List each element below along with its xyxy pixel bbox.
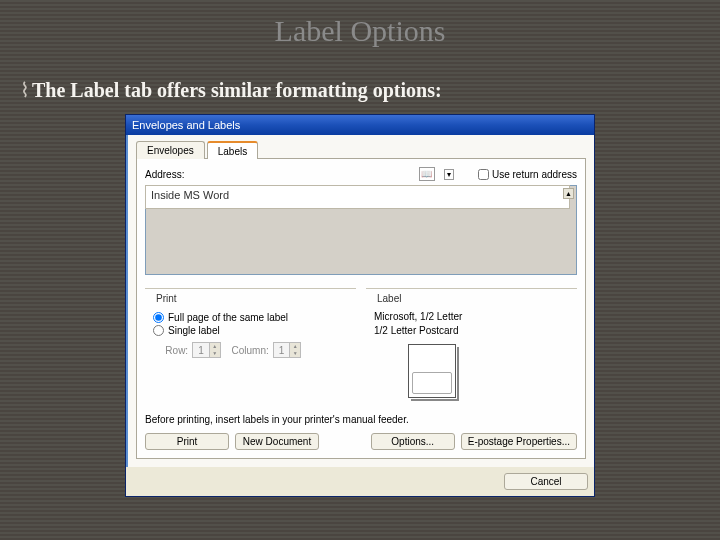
column-spinner[interactable]: 1 ▲▼ (273, 342, 302, 358)
label-product-line2: 1/2 Letter Postcard (374, 324, 569, 338)
labels-tab-panel: Address: 📖▾ Use return address Inside MS… (136, 158, 586, 459)
tab-envelopes[interactable]: Envelopes (136, 141, 205, 159)
dialog-title: Envelopes and Labels (130, 119, 590, 131)
slide-title: Label Options (0, 0, 720, 48)
row-spinner[interactable]: 1 ▲▼ (192, 342, 221, 358)
row-value: 1 (193, 345, 209, 356)
column-label: Column: (231, 345, 268, 356)
col-down-icon[interactable]: ▼ (289, 350, 300, 357)
radio-single-label-label: Single label (168, 325, 220, 336)
tab-strip: Envelopes Labels (136, 141, 586, 159)
radio-full-page-label: Full page of the same label (168, 312, 288, 323)
address-book-icon[interactable]: 📖 (419, 167, 435, 181)
address-label: Address: (145, 169, 184, 180)
tab-labels[interactable]: Labels (207, 141, 258, 159)
radio-full-page-input[interactable] (153, 312, 164, 323)
address-value: Inside MS Word (145, 185, 570, 209)
new-document-button[interactable]: New Document (235, 433, 319, 450)
col-up-icon[interactable]: ▲ (289, 343, 300, 350)
print-button[interactable]: Print (145, 433, 229, 450)
body-text-content: The Label tab offers similar formatting … (32, 79, 442, 101)
bullet-icon: ⌇ (20, 79, 30, 101)
radio-single-label[interactable]: Single label (153, 325, 348, 336)
row-down-icon[interactable]: ▼ (209, 350, 220, 357)
epostage-button[interactable]: E-postage Properties... (461, 433, 577, 450)
label-group: Label Microsoft, 1/2 Letter 1/2 Letter P… (366, 283, 577, 404)
label-product-line1: Microsoft, 1/2 Letter (374, 310, 569, 324)
scroll-up-icon[interactable]: ▲ (563, 188, 574, 199)
print-group: Print Full page of the same label Single… (145, 283, 356, 404)
use-return-address-label: Use return address (492, 169, 577, 180)
row-label: Row: (165, 345, 188, 356)
row-column-controls: Row: 1 ▲▼ Column: 1 ▲▼ (153, 342, 348, 358)
print-group-title: Print (153, 293, 180, 304)
options-button[interactable]: Options... (371, 433, 455, 450)
radio-full-page[interactable]: Full page of the same label (153, 312, 348, 323)
cancel-button[interactable]: Cancel (504, 473, 588, 490)
address-textarea[interactable]: Inside MS Word ▲ (145, 185, 577, 275)
dialog-titlebar: Envelopes and Labels (126, 115, 594, 135)
address-book-dropdown[interactable]: ▾ (444, 169, 454, 180)
label-group-title: Label (374, 293, 404, 304)
slide-body: ⌇The Label tab offers similar formatting… (20, 78, 720, 102)
label-preview-icon[interactable] (408, 344, 456, 398)
use-return-address-input[interactable] (478, 169, 489, 180)
column-value: 1 (274, 345, 290, 356)
radio-single-label-input[interactable] (153, 325, 164, 336)
use-return-address-checkbox[interactable]: Use return address (478, 169, 577, 180)
printer-note: Before printing, insert labels in your p… (145, 414, 577, 425)
envelopes-labels-dialog: Envelopes and Labels Envelopes Labels Ad… (125, 114, 595, 497)
row-up-icon[interactable]: ▲ (209, 343, 220, 350)
